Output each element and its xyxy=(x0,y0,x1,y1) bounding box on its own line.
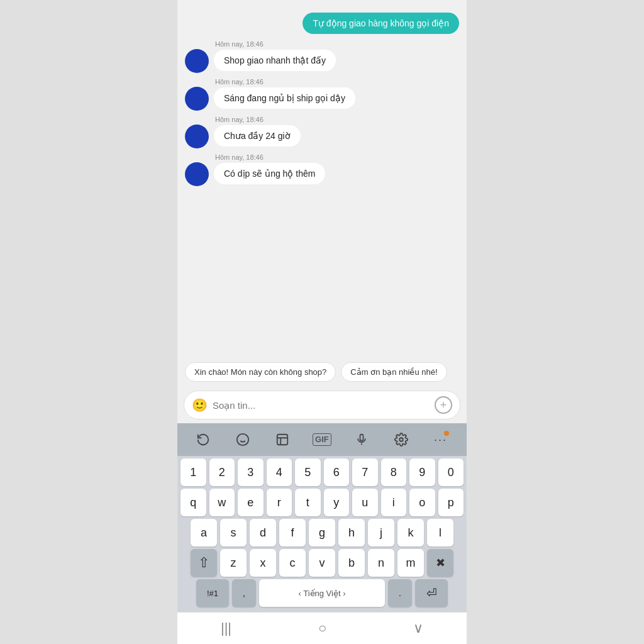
emoji-toolbar-icon[interactable] xyxy=(231,428,254,451)
svg-point-6 xyxy=(399,438,403,441)
keyboard: GIF ··· 1 2 3 4 5 6 7 8 9 0 xyxy=(177,423,467,612)
key-s[interactable]: s xyxy=(220,519,247,547)
svg-point-0 xyxy=(237,434,248,445)
received-bubble-3: Có dịp sẽ ủng hộ thêm xyxy=(214,163,325,184)
key-r[interactable]: r xyxy=(267,489,292,516)
key-period[interactable]: . xyxy=(388,579,412,607)
message-group-2: Hôm nay, 18:46 Chưa đầy 24 giờ xyxy=(214,116,301,147)
key-n[interactable]: n xyxy=(368,549,394,577)
keyboard-toolbar: GIF ··· xyxy=(177,423,467,456)
key-c[interactable]: c xyxy=(279,549,306,577)
keyboard-row-numbers: 1 2 3 4 5 6 7 8 9 0 xyxy=(180,458,464,486)
key-l[interactable]: l xyxy=(427,519,453,547)
avatar-2 xyxy=(185,125,209,148)
key-shift[interactable]: ⇧ xyxy=(191,549,217,577)
key-0[interactable]: 0 xyxy=(438,458,464,486)
key-y[interactable]: y xyxy=(324,489,350,516)
key-symbols[interactable]: !#1 xyxy=(196,579,229,607)
key-7[interactable]: 7 xyxy=(352,458,378,486)
key-5[interactable]: 5 xyxy=(295,458,321,486)
navigation-bar: ||| ○ ∨ xyxy=(177,612,467,644)
chat-area: Tự động giao hàng không gọi điện Hôm nay… xyxy=(177,0,467,357)
message-time-2: Hôm nay, 18:46 xyxy=(215,116,301,123)
key-h[interactable]: h xyxy=(338,519,365,547)
key-9[interactable]: 9 xyxy=(409,458,435,486)
message-time-0: Hôm nay, 18:46 xyxy=(215,40,336,48)
key-a[interactable]: a xyxy=(191,519,217,547)
key-t[interactable]: t xyxy=(295,489,321,516)
back-nav-icon[interactable]: ||| xyxy=(221,620,231,636)
key-k[interactable]: k xyxy=(397,519,424,547)
key-o[interactable]: o xyxy=(409,489,435,516)
key-8[interactable]: 8 xyxy=(381,458,407,486)
settings-icon[interactable] xyxy=(390,428,413,451)
sent-message-row: Tự động giao hàng không gọi điện xyxy=(185,13,459,34)
received-bubble-2: Chưa đầy 24 giờ xyxy=(214,125,301,147)
keyboard-row-q: q w e r t y u i o p xyxy=(180,489,464,516)
key-backspace[interactable]: ✖ xyxy=(427,549,453,577)
sent-bubble: Tự động giao hàng không gọi điện xyxy=(303,13,459,34)
message-group-0: Hôm nay, 18:46 Shop giao nhanh thật đấy xyxy=(214,40,336,71)
received-row-3: Hôm nay, 18:46 Có dịp sẽ ủng hộ thêm xyxy=(185,153,459,186)
key-6[interactable]: 6 xyxy=(324,458,350,486)
gif-icon[interactable]: GIF xyxy=(311,428,333,451)
svg-rect-3 xyxy=(277,435,288,445)
quick-reply-0[interactable]: Xin chào! Món này còn không shop? xyxy=(185,362,336,382)
quick-replies: Xin chào! Món này còn không shop? Cảm ơn… xyxy=(177,357,467,387)
key-space[interactable]: ‹ Tiếng Việt › xyxy=(259,579,385,607)
key-u[interactable]: u xyxy=(352,489,378,516)
key-2[interactable]: 2 xyxy=(209,458,235,486)
message-time-1: Hôm nay, 18:46 xyxy=(215,78,355,86)
key-b[interactable]: b xyxy=(338,549,365,577)
key-v[interactable]: v xyxy=(309,549,335,577)
key-comma[interactable]: , xyxy=(232,579,256,607)
key-f[interactable]: f xyxy=(279,519,306,547)
key-x[interactable]: x xyxy=(250,549,276,577)
svg-rect-4 xyxy=(360,435,363,441)
key-q[interactable]: q xyxy=(180,489,206,516)
home-nav-icon[interactable]: ○ xyxy=(318,620,326,636)
quick-reply-1[interactable]: Cảm ơn bạn nhiều nhé! xyxy=(341,362,447,382)
received-row-2: Hôm nay, 18:46 Chưa đầy 24 giờ xyxy=(185,116,459,148)
avatar-1 xyxy=(185,87,209,111)
received-row-1: Hôm nay, 18:46 Sáng đang ngủ bị ship gọi… xyxy=(185,78,459,111)
phone-container: Tự động giao hàng không gọi điện Hôm nay… xyxy=(177,0,467,644)
message-group-3: Hôm nay, 18:46 Có dịp sẽ ủng hộ thêm xyxy=(214,153,325,184)
keyboard-row-a: a s d f g h j k l xyxy=(180,519,464,547)
input-bar: 🙂 + xyxy=(184,391,460,419)
add-button[interactable]: + xyxy=(435,396,452,414)
key-enter[interactable]: ⏎ xyxy=(415,579,448,607)
received-row-0: Hôm nay, 18:46 Shop giao nhanh thật đấy xyxy=(185,40,459,73)
key-i[interactable]: i xyxy=(381,489,407,516)
message-input[interactable] xyxy=(213,400,430,411)
rotate-icon[interactable] xyxy=(192,428,214,451)
sticker-icon[interactable] xyxy=(271,428,294,451)
received-bubble-0: Shop giao nhanh thật đấy xyxy=(214,50,336,71)
key-j[interactable]: j xyxy=(368,519,394,547)
key-w[interactable]: w xyxy=(209,489,235,516)
avatar-3 xyxy=(185,162,209,186)
mic-icon[interactable] xyxy=(350,428,373,451)
key-g[interactable]: g xyxy=(309,519,335,547)
message-group-1: Hôm nay, 18:46 Sáng đang ngủ bị ship gọi… xyxy=(214,78,355,109)
key-p[interactable]: p xyxy=(438,489,464,516)
key-4[interactable]: 4 xyxy=(267,458,292,486)
key-m[interactable]: m xyxy=(397,549,424,577)
key-3[interactable]: 3 xyxy=(238,458,264,486)
key-1[interactable]: 1 xyxy=(180,458,206,486)
key-e[interactable]: e xyxy=(238,489,264,516)
avatar-0 xyxy=(185,49,209,73)
received-bubble-1: Sáng đang ngủ bị ship gọi dậy xyxy=(214,87,355,109)
emoji-button[interactable]: 🙂 xyxy=(192,397,208,413)
recents-nav-icon[interactable]: ∨ xyxy=(413,620,423,636)
keyboard-row-z: ⇧ z x c v b n m ✖ xyxy=(180,549,464,577)
keyboard-row-bottom: !#1 , ‹ Tiếng Việt › . ⏎ xyxy=(180,579,464,607)
more-icon[interactable]: ··· xyxy=(429,428,452,451)
key-z[interactable]: z xyxy=(220,549,247,577)
key-d[interactable]: d xyxy=(250,519,276,547)
message-time-3: Hôm nay, 18:46 xyxy=(215,153,325,161)
